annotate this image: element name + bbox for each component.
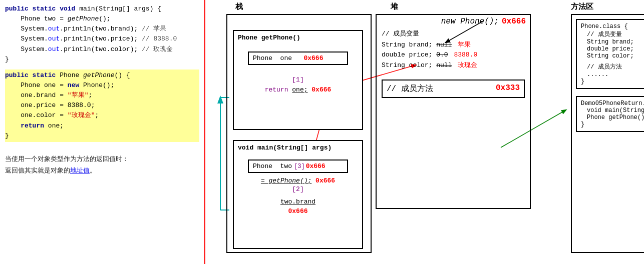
code-block-getphone: public static Phone getPhone() { Phone o…	[5, 70, 199, 142]
heap-color-decl: String color;	[382, 62, 436, 69]
method-label: 方法区	[571, 2, 593, 12]
heap-color-null: null	[436, 62, 452, 69]
code-line: return one;	[5, 121, 199, 131]
return-step-label: [1]	[292, 76, 303, 84]
code-line: public static Phone getPhone() {	[5, 70, 199, 80]
code-line: }	[5, 131, 199, 141]
heap-brand-decl: String brand;	[382, 41, 436, 48]
main-frame: void main(String[] args) Phone two [3] 0…	[233, 140, 363, 249]
phone-class-ellipsis: ......	[581, 71, 644, 78]
heap-methods-box: // 成员方法 0x333	[382, 80, 525, 98]
heap-new-phone-line: new Phone(); 0x666	[377, 15, 530, 28]
step3-label: [3]	[294, 163, 305, 170]
heap-box: new Phone(); 0x666 // 成员变量 String brand;…	[376, 14, 531, 209]
return-kw: return	[265, 86, 288, 94]
code-line: System.out.println(two.brand); // 苹果	[5, 24, 199, 34]
code-line: }	[5, 54, 199, 64]
phone-class-price: double price;	[581, 46, 644, 52]
two-brand-label: two.brand	[234, 198, 362, 206]
getphone-title: Phone getPhone()	[234, 31, 362, 44]
code-line: one.color = "玫瑰金";	[5, 110, 199, 120]
getphone-call-line: = getPhone(); 0x666	[234, 177, 362, 184]
heap-color-line: String color; null 玫瑰金	[377, 60, 530, 70]
code-line: public static void main(String[] args) {	[5, 4, 199, 14]
note-box: 当使用一个对象类型作为方法的返回值时： 返回值其实就是对象的地址值。	[5, 153, 199, 176]
demo-class-method2: Phone getPhone()	[581, 114, 644, 121]
note-line1: 当使用一个对象类型作为方法的返回值时：	[5, 153, 199, 164]
stack-label: 栈	[235, 2, 243, 12]
return-label-container: [1]	[234, 75, 362, 84]
phone-two-label: Phone two	[253, 162, 292, 170]
phone-class-box: Phone.class { // 成员变量 String brand; doub…	[576, 19, 644, 89]
phone-two-addr: 0x666	[306, 162, 326, 170]
main-title: void main(String[] args)	[234, 141, 362, 154]
heap-price-decl: double price;	[382, 51, 436, 58]
code-line: Phone two = getPhone();	[5, 14, 199, 24]
phone-class-title: Phone.class {	[581, 23, 644, 30]
heap-color-val: 玫瑰金	[458, 62, 477, 69]
heap-price-null: 0.0	[436, 51, 448, 58]
demo-class-method1: void main(String[] args)	[581, 107, 644, 114]
heap-price-val: 8388.0	[454, 51, 477, 58]
return-var: one;	[292, 86, 307, 94]
getphone-call-addr: 0x666	[315, 177, 335, 184]
demo-class-close: }	[581, 121, 644, 128]
two-brand-addr: 0x666	[234, 208, 362, 215]
code-block-main: public static void main(String[] args) {…	[5, 4, 199, 64]
diagram-panel: 栈 堆 方法区 Phone getPhone() Phone one 0x666…	[205, 0, 644, 264]
heap-members-comment: // 成员变量	[377, 28, 530, 39]
heap-brand-line: String brand; null 苹果	[377, 39, 530, 50]
phone-one-addr: 0x666	[303, 54, 323, 62]
heap-methods-label: // 成员方法	[387, 84, 433, 94]
getphone-frame: Phone getPhone() Phone one 0x666 [1] ret…	[233, 30, 363, 130]
heap-brand-val: 苹果	[458, 41, 471, 48]
heap-label: 堆	[391, 2, 398, 12]
demo-class-box: Demo05PhoneReturn.class { void main(Stri…	[576, 96, 644, 132]
return-line: return one; 0x666	[234, 86, 362, 94]
heap-price-line: double price; 0.0 8388.0	[377, 50, 530, 60]
phone-one-varbox: Phone one 0x666	[248, 52, 348, 65]
phone-one-label: Phone one	[253, 54, 303, 62]
code-line: one.price = 8388.0;	[5, 100, 199, 110]
heap-methods-addr: 0x333	[496, 84, 520, 94]
note-line2: 返回值其实就是对象的地址值。	[5, 164, 199, 176]
code-line: one.brand = "苹果";	[5, 90, 199, 100]
code-line: System.out.println(two.price); // 8388.0	[5, 34, 199, 44]
heap-addr: 0x666	[502, 17, 526, 26]
getphone-call-text: = getPhone();	[261, 177, 311, 184]
phone-class-color-line: String color; 0x333	[581, 52, 644, 60]
step2-label: [2]	[234, 186, 362, 193]
phone-class-methods-comment: // 成员方法	[581, 62, 644, 71]
method-area-box: Phone.class { // 成员变量 String brand; doub…	[571, 14, 644, 253]
heap-brand-null: null	[436, 41, 452, 48]
phone-class-members-comment: // 成员变量	[581, 30, 644, 38]
code-panel: public static void main(String[] args) {…	[0, 0, 205, 264]
demo-class-title: Demo05PhoneReturn.class {	[581, 100, 644, 107]
return-addr: 0x666	[311, 86, 331, 94]
phone-class-color: String color;	[587, 52, 634, 60]
phone-class-close: }	[581, 78, 644, 85]
new-phone-text: new Phone();	[441, 17, 499, 26]
code-line: System.out.println(two.color); // 玫瑰金	[5, 44, 199, 54]
phone-two-varbox: Phone two [3] 0x666	[248, 160, 348, 173]
code-line: Phone one = new Phone();	[5, 80, 199, 90]
phone-class-brand: String brand;	[581, 38, 644, 46]
